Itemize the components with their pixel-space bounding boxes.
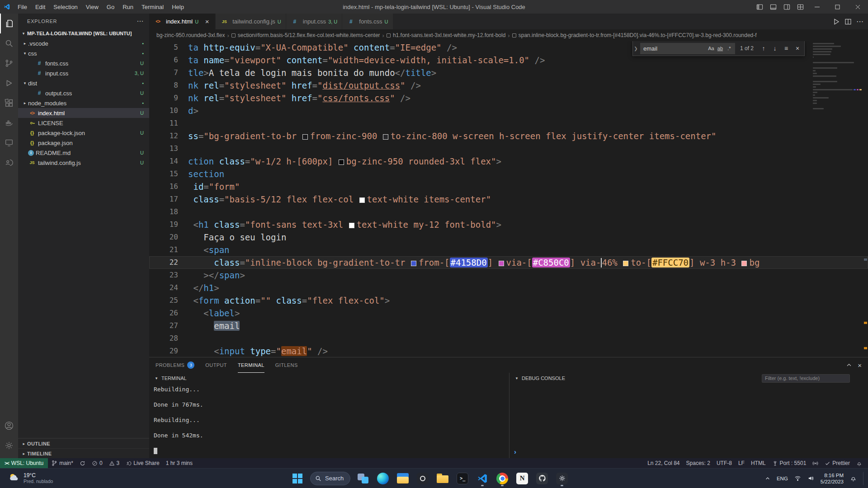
taskbar-app-notion[interactable]: N [514, 470, 530, 487]
line-number[interactable]: 10 [149, 104, 178, 117]
toggle-panel-icon[interactable] [766, 0, 780, 14]
file-index.html[interactable]: <>index.htmlU [18, 108, 149, 118]
timeline-section[interactable]: ▸TIMELINE [18, 448, 149, 458]
file-package.json[interactable]: {}package.json [18, 138, 149, 148]
line-number[interactable]: 15 [149, 168, 178, 180]
line-number[interactable]: 28 [149, 332, 178, 345]
menu-go[interactable]: Go [103, 0, 118, 14]
status-prettier[interactable]: Prettier [821, 458, 853, 468]
status-lf[interactable]: LF [735, 458, 748, 468]
activitybar-remote-explorer-icon[interactable] [0, 133, 18, 153]
status-html[interactable]: HTML [748, 458, 769, 468]
find-close-icon[interactable]: × [793, 43, 802, 53]
project-root-row[interactable]: ▾ MP-TELA-LOGIN-TAILWIND [WSL: UBUNTU] [18, 28, 149, 38]
find-input[interactable] [643, 45, 707, 52]
find-next-icon[interactable]: ↓ [770, 43, 780, 53]
status-sync[interactable] [76, 458, 89, 468]
taskbar-app-terminal[interactable]: >_ [454, 470, 471, 487]
status-broadcast[interactable] [809, 458, 821, 468]
activitybar-search-icon[interactable] [0, 33, 18, 53]
line-number[interactable]: 22 [149, 256, 178, 269]
whole-word-icon[interactable]: ab [716, 44, 725, 53]
split-editor-icon[interactable] [844, 18, 852, 25]
line-number[interactable]: 11 [149, 117, 178, 130]
menu-selection[interactable]: Selection [49, 0, 81, 14]
debug-console-body[interactable]: › [509, 384, 868, 458]
regex-icon[interactable]: .* [725, 44, 734, 53]
line-number[interactable]: 25 [149, 294, 178, 307]
debug-filter-input[interactable] [762, 374, 850, 383]
line-number[interactable]: 29 [149, 345, 178, 357]
file-input.css[interactable]: #input.css3, U [18, 68, 149, 78]
file-tailwind.config.js[interactable]: JStailwind.config.jsU [18, 158, 149, 168]
breadcrumb-item[interactable]: section#form.basis-5/12.flex.flex-col.te… [231, 32, 380, 38]
toggle-primary-sidebar-icon[interactable] [753, 0, 766, 14]
tray-chevron-icon[interactable] [764, 475, 771, 482]
taskbar-app-media-app[interactable] [415, 470, 431, 487]
toggle-replace-icon[interactable]: ❯ [633, 41, 639, 56]
activitybar-explorer-icon[interactable] [0, 14, 18, 33]
tab-close-icon[interactable]: × [203, 18, 211, 25]
line-number[interactable]: 16 [149, 180, 178, 193]
status-main[interactable]: main* [48, 458, 76, 468]
weather-widget[interactable]: 19°C Pred. nublado [5, 469, 57, 488]
line-number[interactable]: 12 [149, 130, 178, 142]
menu-run[interactable]: Run [118, 0, 137, 14]
activitybar-extensions-icon[interactable] [0, 93, 18, 113]
code-editor[interactable]: 5ta http-equiv="X-UA-Compatible" content… [149, 41, 868, 357]
volume-icon[interactable] [807, 474, 815, 483]
breadcrumb-item[interactable]: span.inline-block.bg-gradient-to-tr.from… [512, 32, 757, 38]
file-readme.md[interactable]: iREADME.mdU [18, 148, 149, 158]
menu-file[interactable]: File [14, 0, 31, 14]
find-previous-icon[interactable]: ↑ [759, 43, 769, 53]
panel-tab-output[interactable]: OUTPUT [205, 357, 227, 373]
line-number[interactable]: 18 [149, 206, 178, 218]
run-preview-icon[interactable] [833, 18, 840, 25]
line-number[interactable]: 9 [149, 92, 178, 104]
taskbar-search[interactable]: Search [310, 472, 350, 485]
explorer-more-actions-icon[interactable]: ⋯ [137, 17, 144, 25]
customize-layout-icon[interactable] [793, 0, 807, 14]
more-actions-icon[interactable]: ⋯ [856, 17, 863, 26]
line-number[interactable]: 17 [149, 193, 178, 206]
panel-tab-terminal[interactable]: TERMINAL [238, 357, 264, 373]
line-number[interactable]: 14 [149, 155, 178, 168]
line-number[interactable]: 5 [149, 41, 178, 54]
taskbar-app-settings[interactable] [554, 470, 570, 487]
panel-tab-gitlens[interactable]: GITLENS [275, 357, 298, 373]
activitybar-account-icon[interactable] [0, 416, 18, 436]
taskbar-app-github-desktop[interactable] [534, 470, 550, 487]
wifi-icon[interactable] [793, 474, 802, 483]
status-spaces-2[interactable]: Spaces: 2 [683, 458, 713, 468]
line-number[interactable]: 24 [149, 282, 178, 294]
toggle-secondary-sidebar-icon[interactable] [780, 0, 793, 14]
taskbar-app-chrome[interactable] [494, 470, 510, 487]
close-button[interactable] [848, 0, 868, 14]
line-number[interactable]: 23 [149, 269, 178, 282]
taskbar-app-file-explorer[interactable] [395, 470, 411, 487]
match-case-icon[interactable]: Aa [707, 44, 716, 53]
minimize-button[interactable] [807, 0, 827, 14]
menu-help[interactable]: Help [168, 0, 188, 14]
activitybar-source-control-icon[interactable] [0, 53, 18, 73]
status-ln-22-col-84[interactable]: Ln 22, Col 84 [644, 458, 683, 468]
debug-console-header[interactable]: ▾ DEBUG CONSOLE [509, 373, 868, 384]
status-bell[interactable] [853, 458, 865, 468]
status-3[interactable]: 3 [106, 458, 123, 468]
file-package-lock.json[interactable]: {}package-lock.jsonU [18, 128, 149, 138]
file-node_modules[interactable]: ▸node_modules• [18, 98, 149, 108]
line-number[interactable]: 6 [149, 54, 178, 66]
clock[interactable]: 8:16 PM 5/22/2023 [820, 471, 844, 486]
minimap[interactable] [813, 43, 862, 111]
status-live-share[interactable]: Live Share [123, 458, 162, 468]
taskbar-app-folder[interactable] [434, 470, 451, 487]
line-number[interactable]: 7 [149, 66, 178, 79]
terminal-output[interactable]: Rebuilding... Done in 767ms. Rebuilding.… [149, 384, 509, 458]
tab-input.css[interactable]: #input.css3, U [286, 14, 343, 29]
line-number[interactable]: 21 [149, 244, 178, 256]
close-panel-icon[interactable]: × [858, 361, 862, 369]
show-desktop-button[interactable] [863, 472, 865, 485]
language-indicator[interactable]: ENG [776, 475, 789, 482]
menu-edit[interactable]: Edit [31, 0, 49, 14]
line-number[interactable]: 13 [149, 142, 178, 155]
